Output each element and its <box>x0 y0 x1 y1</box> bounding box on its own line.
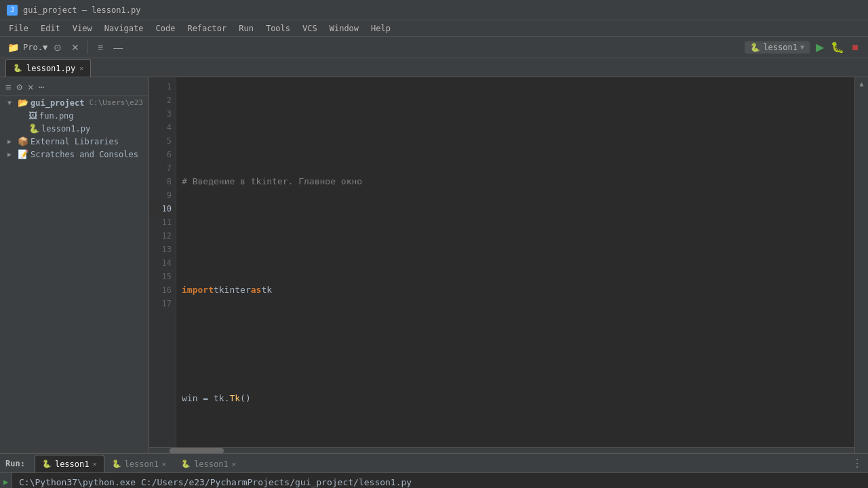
main-area: ≡ ⚙ ✕ ⋯ ▼ 📂 gui_project C:\Users\e23 🖼 f… <box>0 77 868 453</box>
tree-item-scratches[interactable]: ▶ 📝 Scratches and Consoles <box>0 148 149 161</box>
editor-area: 1 2 3 4 5 6 7 8 9 10 11 12 13 14 15 16 1… <box>149 77 854 453</box>
expand-arrow: ▼ <box>7 99 16 106</box>
import-kw: import <box>182 283 214 297</box>
menu-icon[interactable]: ≡ <box>93 40 108 55</box>
scratches-icon: 📝 <box>18 149 28 159</box>
menu-navigate[interactable]: Navigate <box>99 22 149 35</box>
run-tab-label-2: lesson1 <box>125 460 159 469</box>
menu-view[interactable]: View <box>67 22 98 35</box>
tree-item-gui-project[interactable]: ▼ 📂 gui_project C:\Users\e23 <box>0 96 149 109</box>
run-label-area: Run: <box>0 454 31 472</box>
scrollbar-thumb[interactable] <box>170 448 224 453</box>
code-line-1 <box>182 121 849 134</box>
menu-vcs[interactable]: VCS <box>297 22 323 35</box>
file-tab-lesson1[interactable]: 🐍 lesson1.py ✕ <box>5 59 91 77</box>
tree-item-fun-png[interactable]: 🖼 fun.png <box>0 109 149 122</box>
code-content[interactable]: # Введение в tkinter. Главное окно impor… <box>176 77 854 447</box>
run-config[interactable]: 🐍 lesson1 ▼ <box>745 41 810 54</box>
tkinter-name: tkinter <box>214 283 251 297</box>
menu-refactor[interactable]: Refactor <box>182 22 232 35</box>
tree-label-gui-project: gui_project <box>31 98 84 108</box>
sidebar: ≡ ⚙ ✕ ⋯ ▼ 📂 gui_project C:\Users\e23 🖼 f… <box>0 77 149 453</box>
sidebar-toolbar: ≡ ⚙ ✕ ⋯ <box>0 77 149 96</box>
sidebar-collapse-icon[interactable]: ≡ <box>4 80 12 94</box>
editor-scrollbar[interactable] <box>149 447 854 453</box>
menu-help[interactable]: Help <box>366 22 396 35</box>
run-more-button[interactable]: ⋮ <box>846 457 868 470</box>
run-play-icon[interactable]: ▶ <box>3 477 8 487</box>
python-tree-icon: 🐍 <box>28 123 39 134</box>
run-tab-1[interactable]: 🐍 lesson1 ✕ <box>35 455 104 472</box>
menu-code[interactable]: Code <box>151 22 181 35</box>
run-tab-2[interactable]: 🐍 lesson1 ✕ <box>104 455 174 472</box>
image-file-icon: 🖼 <box>28 110 37 121</box>
comment-text: # Введение в tkinter. Главное окно <box>182 175 362 188</box>
tk-alias: tk <box>261 283 272 297</box>
title-bar: J gui_project – lesson1.py <box>0 0 868 20</box>
run-tab-close-3[interactable]: ✕ <box>232 460 236 468</box>
tree-label-lesson1: lesson1.py <box>41 124 90 134</box>
tree-label-ext-libs: External Libraries <box>31 137 119 146</box>
folder-open-icon: 📂 <box>18 98 28 108</box>
run-config-icon: 🐍 <box>750 43 760 52</box>
run-output: C:\Python37\python.exe C:/Users/e23/Pych… <box>12 473 868 488</box>
debug-button[interactable]: 🐛 <box>830 40 845 55</box>
tree-item-lesson1-py[interactable]: 🐍 lesson1.py <box>0 122 149 135</box>
line-num-9: 9 <box>149 188 176 202</box>
tree-label-scratches: Scratches and Consoles <box>31 150 138 159</box>
code-line-3 <box>182 229 849 243</box>
menu-window[interactable]: Window <box>324 22 364 35</box>
tab-close-button[interactable]: ✕ <box>79 64 83 72</box>
run-tab-close-2[interactable]: ✕ <box>162 460 166 468</box>
win-var: win <box>182 392 197 405</box>
project-label[interactable]: Pro.▼ <box>23 43 47 52</box>
sidebar-close-icon[interactable]: ✕ <box>26 80 35 94</box>
line-num-16: 16 <box>149 283 176 297</box>
line-num-5: 5 <box>149 134 176 148</box>
minimize-icon[interactable]: — <box>111 40 125 55</box>
tree-label-fun-png: fun.png <box>39 111 74 121</box>
line-num-6: 6 <box>149 148 176 161</box>
as-kw: as <box>251 283 262 297</box>
run-config-label: lesson1 <box>763 43 797 52</box>
target-icon[interactable]: ⊙ <box>50 40 65 55</box>
run-button[interactable]: ▶ <box>812 40 827 55</box>
menu-tools[interactable]: Tools <box>260 22 296 35</box>
close-icon[interactable]: ✕ <box>68 40 83 55</box>
toolbar: 📁 Pro.▼ ⊙ ✕ ≡ — 🐍 lesson1 ▼ ▶ 🐛 ■ <box>0 37 868 58</box>
code-line-6: win = tk.Tk() <box>182 392 849 405</box>
line-num-14: 14 <box>149 256 176 270</box>
line-numbers: 1 2 3 4 5 6 7 8 9 10 11 12 13 14 15 16 1… <box>149 77 176 447</box>
sidebar-more-icon[interactable]: ⋯ <box>37 80 45 94</box>
line-num-13: 13 <box>149 243 176 256</box>
run-top-row: Run: 🐍 lesson1 ✕ 🐍 lesson1 ✕ 🐍 lesson1 ✕… <box>0 454 868 473</box>
run-config-arrow: ▼ <box>800 43 804 51</box>
python-file-icon: 🐍 <box>13 64 22 73</box>
sidebar-settings-icon[interactable]: ⚙ <box>15 80 23 94</box>
tree-item-external-libs[interactable]: ▶ 📦 External Libraries <box>0 135 149 148</box>
menu-edit[interactable]: Edit <box>35 22 66 35</box>
run-tab-icon-1: 🐍 <box>42 460 52 468</box>
tk-ref: tk <box>214 392 224 405</box>
line-num-2: 2 <box>149 94 176 107</box>
code-editor[interactable]: 1 2 3 4 5 6 7 8 9 10 11 12 13 14 15 16 1… <box>149 77 854 447</box>
expand-arrow-ext: ▶ <box>7 138 16 145</box>
menu-file[interactable]: File <box>3 22 34 35</box>
project-path: C:\Users\e23 <box>89 98 142 107</box>
run-tab-label-3: lesson1 <box>194 460 229 469</box>
run-tab-icon-2: 🐍 <box>112 460 121 468</box>
run-tab-close-1[interactable]: ✕ <box>92 460 96 468</box>
line-num-4: 4 <box>149 121 176 134</box>
toolbar-sep-1 <box>87 41 88 54</box>
line-num-1: 1 <box>149 80 176 94</box>
menu-run[interactable]: Run <box>233 22 259 35</box>
run-tab-3[interactable]: 🐍 lesson1 ✕ <box>174 455 243 472</box>
stop-button[interactable]: ■ <box>848 40 863 55</box>
run-tab-icon-3: 🐍 <box>181 460 191 468</box>
right-gutter-icon[interactable]: ▲ <box>859 80 863 87</box>
run-panel-label: Run: <box>5 459 25 468</box>
bottom-panel: Run: 🐍 lesson1 ✕ 🐍 lesson1 ✕ 🐍 lesson1 ✕… <box>0 453 868 488</box>
line-num-7: 7 <box>149 161 176 175</box>
line-num-8: 8 <box>149 175 176 188</box>
folder-icon[interactable]: 📁 <box>5 40 20 55</box>
